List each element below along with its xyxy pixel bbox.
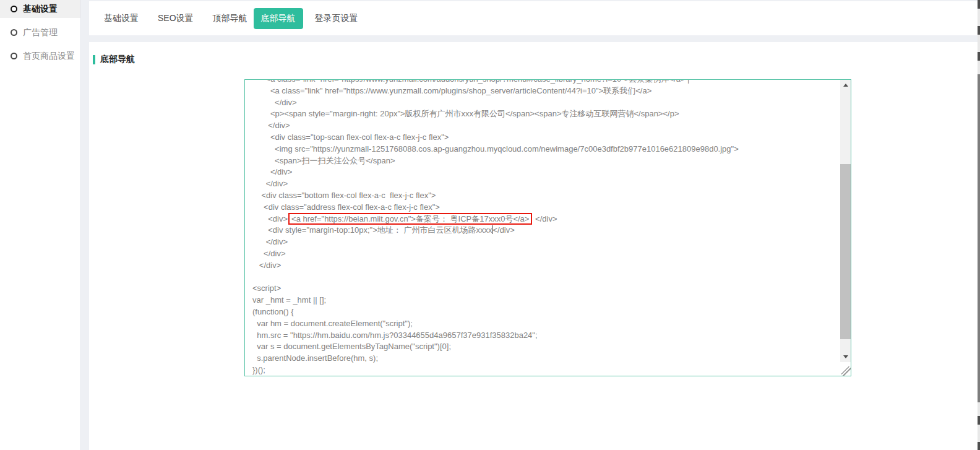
code-line: </div> bbox=[252, 97, 839, 109]
code-line: hm.src = "https://hm.baidu.com/hm.js?033… bbox=[252, 330, 839, 342]
code-line bbox=[252, 272, 839, 283]
scrollbar-track[interactable] bbox=[840, 90, 851, 352]
tab-seo-settings[interactable]: SEO设置 bbox=[158, 13, 194, 24]
screen-edge-artifact bbox=[978, 0, 980, 450]
code-line: s.parentNode.insertBefore(hm, s); bbox=[252, 353, 839, 365]
code-line: <div><a href="https://beian.miit.gov.cn"… bbox=[252, 214, 839, 225]
sidebar-item-homepage-products[interactable]: 首页商品设置 bbox=[0, 47, 80, 65]
sidebar-item-ad-management[interactable]: 广告管理 bbox=[0, 24, 80, 41]
code-line: <div style="margin-top:10px;">地址： 广州市白云区… bbox=[252, 225, 839, 236]
code-line: var hm = document.createElement("script"… bbox=[252, 318, 839, 330]
tab-login-page-settings[interactable]: 登录页设置 bbox=[315, 13, 358, 24]
code-line: <a class="link" href="https://www.yunzma… bbox=[252, 79, 839, 85]
code-content: <a class="link" href="https://www.yunzma… bbox=[252, 79, 839, 376]
code-line: <div class="address flex-col flex-a-c fl… bbox=[252, 202, 839, 214]
chevron-up-icon bbox=[843, 84, 848, 87]
tab-basic-settings[interactable]: 基础设置 bbox=[104, 13, 139, 24]
tab-bottom-nav[interactable]: 底部导航 bbox=[254, 8, 303, 29]
code-line: </div> bbox=[252, 178, 839, 190]
tab-bar: 基础设置 SEO设置 顶部导航 底部导航 登录页设置 bbox=[89, 1, 978, 35]
code-line: (function() { bbox=[252, 306, 839, 318]
red-highlight-box: <a href="https://beian.miit.gov.cn">备案号：… bbox=[288, 213, 532, 225]
section-header: 底部导航 bbox=[93, 54, 135, 65]
code-line: <a class="link" href="https://www.yunzma… bbox=[252, 85, 839, 97]
circle-icon bbox=[11, 29, 17, 36]
textarea-resize-grip[interactable] bbox=[841, 366, 851, 376]
code-line: </div> bbox=[252, 120, 839, 132]
code-line: var _hmt = _hmt || []; bbox=[252, 295, 839, 306]
code-line: </div> bbox=[252, 167, 839, 178]
sidebar-item-label: 广告管理 bbox=[23, 27, 58, 38]
section-accent-bar bbox=[93, 55, 95, 64]
sidebar-item-basic-settings[interactable]: 基础设置 bbox=[0, 0, 80, 18]
code-line: <div class="top-scan flex-col flex-a-c f… bbox=[252, 132, 839, 144]
chevron-down-icon bbox=[843, 355, 848, 358]
code-line: })(); bbox=[252, 365, 839, 376]
code-line: <script> bbox=[252, 283, 839, 295]
code-line: </div> bbox=[252, 260, 839, 272]
code-line: <img src="https://yunzmall-1251768088.co… bbox=[252, 144, 839, 155]
textarea-scrollbar[interactable] bbox=[840, 80, 851, 362]
footer-html-textarea[interactable]: <a class="link" href="https://www.yunzma… bbox=[244, 79, 851, 376]
tab-top-nav[interactable]: 顶部导航 bbox=[213, 13, 247, 24]
content-panel: 底部导航 <a class="link" href="https://www.y… bbox=[89, 42, 978, 450]
scrollbar-thumb[interactable] bbox=[840, 164, 851, 339]
code-line: </div> bbox=[252, 248, 839, 260]
code-line: <span>扫一扫关注公众号</span> bbox=[252, 155, 839, 167]
scroll-up-button[interactable] bbox=[840, 80, 851, 90]
code-line: var s = document.getElementsByTagName("s… bbox=[252, 341, 839, 353]
page-title: 底部导航 bbox=[100, 54, 135, 65]
circle-icon bbox=[11, 6, 17, 12]
sidebar-item-label: 基础设置 bbox=[23, 4, 58, 15]
sidebar-item-label: 首页商品设置 bbox=[23, 51, 75, 62]
circle-icon bbox=[11, 53, 17, 59]
scroll-down-button[interactable] bbox=[840, 352, 851, 362]
sidebar: 基础设置 广告管理 首页商品设置 bbox=[0, 0, 81, 450]
code-line: <p><span style="margin-right: 20px">版权所有… bbox=[252, 108, 839, 120]
code-line: <div class="bottom flex-col flex-a-c fle… bbox=[252, 190, 839, 202]
code-line: </div> bbox=[252, 236, 839, 248]
